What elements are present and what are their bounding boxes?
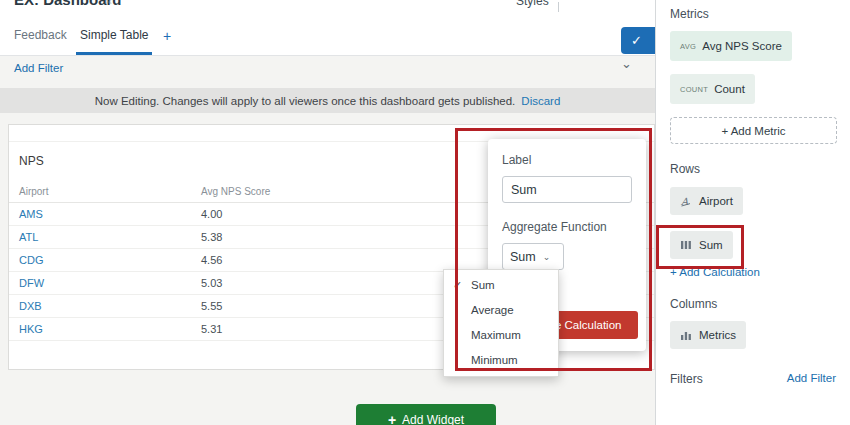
score-value: 4.00	[201, 208, 222, 220]
tab-feedback[interactable]: Feedback	[14, 28, 67, 42]
metric-label: Count	[714, 83, 745, 95]
dimension-icon: A	[680, 195, 692, 207]
metric-type-badge: COUNT	[680, 85, 708, 94]
chevron-down-icon[interactable]: ⌄	[621, 56, 632, 71]
row-field-chip-sum[interactable]: Sum	[670, 231, 733, 259]
option-label: Sum	[471, 279, 495, 291]
aggregate-dropdown-menu: ✓ Sum Average Maximum Minimum	[443, 269, 559, 377]
columns-heading: Columns	[670, 297, 717, 311]
dashboard-edit-screen: EX: Dashboard ☆ Styles Feedback Simple T…	[0, 0, 850, 425]
metric-chip-count[interactable]: COUNT Count	[670, 74, 755, 104]
add-metric-button[interactable]: + Add Metric	[670, 117, 837, 144]
calculation-icon	[680, 239, 692, 251]
column-header-avg-nps[interactable]: Avg NPS Score	[201, 186, 270, 197]
dropdown-option-maximum[interactable]: Maximum	[444, 323, 558, 348]
aggregate-selected-value: Sum	[510, 250, 536, 264]
label-input[interactable]	[502, 176, 632, 203]
caret-down-icon: ⌄	[543, 252, 551, 262]
add-widget-label: Add Widget	[402, 413, 464, 425]
filters-heading: Filters	[670, 372, 703, 386]
selected-check-icon: ✓	[453, 273, 462, 298]
score-value: 5.31	[201, 323, 222, 335]
option-label: Minimum	[471, 354, 518, 366]
page-add-filter-link[interactable]: Add Filter	[14, 62, 63, 74]
column-field-label: Metrics	[699, 329, 736, 341]
label-field-heading: Label	[502, 153, 632, 167]
header-divider	[558, 2, 559, 12]
bar-chart-icon	[680, 329, 692, 341]
rows-heading: Rows	[670, 162, 700, 176]
editing-banner: Now Editing. Changes will apply to all v…	[0, 88, 655, 113]
dropdown-option-average[interactable]: Average	[444, 298, 558, 323]
aggregate-function-select[interactable]: Sum ⌄	[502, 243, 564, 270]
dropdown-option-sum[interactable]: ✓ Sum	[444, 273, 558, 298]
metric-label: Avg NPS Score	[702, 40, 782, 52]
airport-link[interactable]: AMS	[19, 208, 43, 220]
row-field-chip-airport[interactable]: A Airport	[670, 187, 743, 215]
option-label: Average	[471, 304, 514, 316]
discard-link[interactable]: Discard	[521, 95, 560, 107]
airport-link[interactable]: CDG	[19, 254, 43, 266]
airport-link[interactable]: ATL	[19, 231, 38, 243]
top-header: EX: Dashboard ☆ Styles	[0, 0, 655, 12]
add-calculation-link[interactable]: + Add Calculation	[670, 266, 760, 278]
option-label: Maximum	[471, 329, 521, 341]
score-value: 5.03	[201, 277, 222, 289]
metric-type-badge: AVG	[680, 42, 696, 51]
score-value: 5.55	[201, 300, 222, 312]
plus-icon: +	[388, 412, 396, 425]
metric-chip-avg-nps[interactable]: AVG Avg NPS Score	[670, 31, 792, 61]
aggregate-function-heading: Aggregate Function	[502, 220, 632, 234]
score-value: 5.38	[201, 231, 222, 243]
tab-bar: Feedback Simple Table + ✓	[0, 12, 655, 56]
active-tab-indicator	[76, 52, 152, 55]
column-field-chip-metrics[interactable]: Metrics	[670, 321, 746, 349]
airport-link[interactable]: HKG	[19, 323, 43, 335]
editing-banner-text: Now Editing. Changes will apply to all v…	[95, 95, 516, 107]
add-widget-button[interactable]: + Add Widget	[356, 404, 496, 425]
styles-link[interactable]: Styles	[516, 0, 549, 8]
star-icon[interactable]: ☆	[103, 0, 114, 7]
score-value: 4.56	[201, 254, 222, 266]
column-header-airport[interactable]: Airport	[19, 186, 48, 197]
metrics-heading: Metrics	[670, 7, 709, 21]
row-field-label: Airport	[699, 195, 733, 207]
sidebar-add-filter-link[interactable]: Add Filter	[787, 372, 836, 384]
tab-simple-table[interactable]: Simple Table	[80, 28, 148, 42]
add-page-button[interactable]: +	[163, 28, 171, 44]
dropdown-option-minimum[interactable]: Minimum	[444, 348, 558, 373]
airport-link[interactable]: DFW	[19, 277, 44, 289]
check-icon: ✓	[631, 33, 642, 48]
airport-link[interactable]: DXB	[19, 300, 42, 312]
row-field-label: Sum	[699, 239, 723, 251]
widget-config-sidebar: Metrics AVG Avg NPS Score COUNT Count + …	[655, 0, 850, 425]
